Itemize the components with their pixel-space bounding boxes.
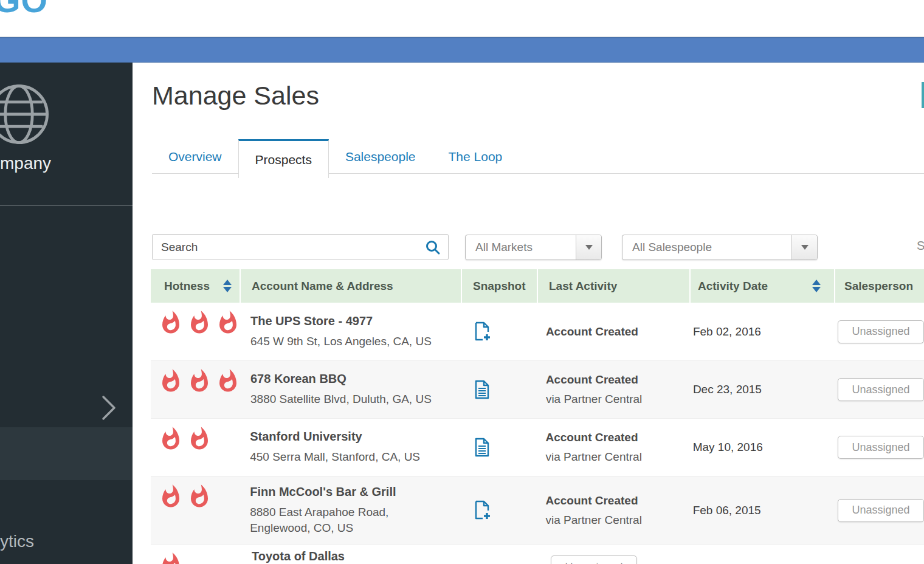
document-add-icon [474, 322, 491, 342]
clipped-right-text: S [917, 239, 924, 253]
activity-date: Dec 23, 2015 [686, 383, 829, 396]
chevron-down-icon [791, 235, 817, 260]
table-row[interactable]: Finn McCool's Bar & Grill 8880 East Arap… [151, 476, 924, 544]
salesperson-assign-button[interactable]: Unassigned [551, 555, 637, 564]
salesperson-filter-value: All Salespeople [622, 241, 791, 254]
flame-icon [215, 367, 241, 395]
top-header: GO [0, 0, 924, 36]
table-row[interactable]: Stanford University 450 Serra Mall, Stan… [151, 418, 924, 476]
activity-date: Feb 06, 2015 [686, 504, 829, 517]
last-activity-via: via Partner Central [546, 393, 686, 406]
account-address: 450 Serra Mall, Stanford, CA, US [250, 449, 444, 465]
top-nav-bar [0, 37, 924, 63]
flame-icon [187, 425, 212, 453]
prospects-table: Hotness Account Name & Address Snapshot … [151, 269, 924, 564]
edge-button-fragment[interactable] [922, 82, 924, 108]
hotness-flames [151, 419, 240, 476]
flame-icon [187, 483, 212, 511]
column-header-snapshot: Snapshot [462, 269, 538, 303]
last-activity-via: via Partner Central [545, 450, 685, 464]
salesperson-assign-button[interactable]: Unassigned [838, 499, 924, 522]
account-name: The UPS Store - 4977 [250, 314, 444, 328]
activity-date: May 10, 2016 [686, 441, 829, 454]
tab-the-loop[interactable]: The Loop [432, 139, 519, 174]
account-address: 645 W 9th St, Los Angeles, CA, US [250, 334, 444, 349]
table-row[interactable]: 678 Korean BBQ 3880 Satellite Blvd, Dulu… [151, 360, 924, 418]
column-header-hotness[interactable]: Hotness [151, 269, 241, 303]
table-body: The UPS Store - 4977 645 W 9th St, Los A… [151, 303, 924, 564]
tab-prospects[interactable]: Prospects [238, 139, 329, 178]
account-name: Finn McCool's Bar & Grill [250, 485, 444, 499]
salesperson-filter-select[interactable]: All Salespeople [622, 235, 818, 260]
column-header-last-activity: Last Activity [538, 269, 691, 303]
app-window: GO mpany ytics Manage Sales Overview Pro… [0, 0, 924, 564]
last-activity-text: Account Created [545, 431, 685, 444]
last-activity-text: Account Created [546, 325, 686, 339]
column-header-account: Account Name & Address [241, 269, 462, 303]
page-title: Manage Sales [152, 81, 319, 111]
column-header-activity-date[interactable]: Activity Date [691, 269, 835, 303]
account-address: 8880 East Arapahoe Road, Englewood, CO, … [250, 504, 444, 535]
flame-icon [158, 309, 184, 337]
flame-icon [158, 425, 184, 453]
tab-overview[interactable]: Overview [152, 139, 238, 174]
hotness-flames [151, 303, 241, 360]
account-address: 3880 Satellite Blvd, Duluth, GA, US [250, 391, 444, 407]
sidebar-active-band[interactable] [0, 427, 133, 480]
snapshot-cell[interactable] [459, 322, 535, 342]
sort-up-down-icon[interactable] [812, 280, 821, 292]
market-filter-select[interactable]: All Markets [465, 235, 602, 260]
hotness-flames [151, 476, 240, 544]
table-row[interactable]: Toyota of Dallas Unassigned [151, 544, 924, 564]
search-box [152, 234, 449, 260]
tab-bar: Overview Prospects Salespeople The Loop [152, 139, 924, 178]
last-activity-text: Account Created [545, 494, 685, 507]
table-row[interactable]: The UPS Store - 4977 645 W 9th St, Los A… [151, 303, 924, 360]
table-header: Hotness Account Name & Address Snapshot … [151, 269, 924, 303]
hotness-flames [151, 361, 241, 418]
flame-icon [158, 483, 184, 511]
globe-icon [0, 82, 51, 146]
salesperson-assign-button[interactable]: Unassigned [838, 436, 924, 459]
document-text-icon [474, 380, 491, 400]
flame-icon [158, 551, 184, 564]
snapshot-cell[interactable] [459, 438, 535, 458]
account-name: Toyota of Dallas [252, 549, 450, 563]
chevron-right-icon[interactable] [100, 394, 117, 421]
flame-icon [158, 367, 184, 395]
snapshot-cell[interactable] [459, 380, 535, 400]
market-filter-value: All Markets [466, 241, 576, 254]
snapshot-cell[interactable] [459, 500, 535, 520]
account-name: 678 Korean BBQ [250, 372, 444, 386]
main-content: Manage Sales Overview Prospects Salespeo… [133, 63, 924, 564]
salesperson-assign-button[interactable]: Unassigned [838, 378, 924, 401]
column-header-salesperson: Salesperson [835, 269, 924, 303]
document-text-icon [474, 438, 491, 458]
chevron-down-icon [576, 235, 601, 260]
account-name: Stanford University [250, 430, 444, 444]
flame-icon [187, 309, 212, 337]
last-activity-text: Account Created [546, 373, 686, 387]
flame-icon [215, 309, 241, 337]
sidebar: mpany ytics [0, 63, 133, 564]
last-activity-via: via Partner Central [545, 514, 685, 527]
tab-salespeople[interactable]: Salespeople [329, 139, 432, 174]
brand-logo[interactable]: GO [0, 0, 48, 20]
filter-row: All Markets All Salespeople S [133, 234, 924, 261]
sidebar-divider [0, 205, 133, 206]
activity-date: Feb 02, 2016 [686, 325, 829, 339]
search-icon[interactable] [425, 239, 441, 255]
sidebar-item-analytics[interactable]: ytics [0, 532, 34, 551]
company-name-label[interactable]: mpany [0, 154, 51, 173]
sort-up-down-icon[interactable] [223, 280, 232, 292]
flame-icon [187, 367, 212, 395]
search-input[interactable] [153, 241, 425, 254]
document-add-icon [474, 500, 491, 520]
salesperson-assign-button[interactable]: Unassigned [838, 320, 924, 343]
hotness-flames [151, 545, 242, 564]
